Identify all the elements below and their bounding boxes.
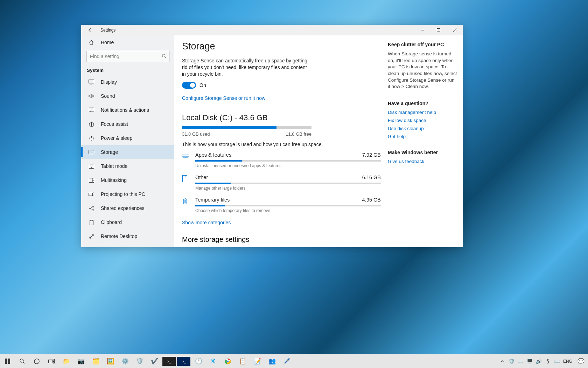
action-center-button[interactable]: 💬 [574, 358, 588, 364]
category-bar [195, 160, 381, 162]
svg-rect-30 [184, 156, 184, 156]
tray-network-icon[interactable]: 🖥️ [525, 354, 534, 368]
tray-keyboard-icon[interactable]: ⌨️ [552, 354, 561, 368]
sidebar-item-tablet-mode[interactable]: Tablet mode [81, 159, 174, 173]
category-name: Temporary files [195, 197, 230, 203]
svg-rect-31 [185, 156, 186, 156]
taskbar-search-button[interactable] [15, 354, 29, 368]
minimize-button[interactable] [414, 25, 430, 35]
category-name: Other [195, 175, 208, 180]
disk-free-label: 11.8 GB free [286, 131, 312, 137]
help-link-use-disk-cleanup[interactable]: Use disk cleanup [388, 126, 457, 131]
tray-app-icon[interactable]: § [543, 354, 552, 368]
notifications-icon [88, 108, 95, 113]
taskbar-app-1[interactable]: 🗂️ [88, 354, 103, 368]
taskbar-settings[interactable]: ⚙️ [118, 354, 132, 368]
storage-category-temporary-files[interactable]: Temporary files4.95 GBChoose which tempo… [182, 197, 381, 213]
taskbar-app-3[interactable]: 📋 [235, 354, 250, 368]
category-subtext: Manage other large folders [195, 186, 381, 191]
svg-rect-40 [53, 359, 55, 361]
storage-sense-toggle[interactable] [182, 82, 196, 89]
cortana-button[interactable] [29, 354, 44, 368]
help-link-disk-management-help[interactable]: Disk management help [388, 110, 457, 115]
start-button[interactable] [0, 354, 15, 368]
storage-category-apps-features[interactable]: Apps & features7.92 GBUninstall unused o… [182, 152, 381, 168]
sidebar-item-multitasking[interactable]: Multitasking [81, 173, 174, 187]
svg-rect-8 [89, 108, 94, 111]
other-icon [182, 175, 191, 182]
help-link-get-help[interactable]: Get help [388, 134, 457, 139]
settings-window: Settings Home System DisplaySoundNotific… [81, 25, 463, 247]
aside-better-title: Make Windows better [388, 150, 457, 155]
more-storage-title: More storage settings [182, 236, 381, 244]
tray-security-icon[interactable]: 🛡️ [507, 354, 516, 368]
feedback-link[interactable]: Give us feedback [388, 159, 457, 164]
tray-volume-icon[interactable]: 🔊 [534, 354, 543, 368]
tray-language[interactable]: ENG [561, 354, 574, 368]
sidebar-item-label: Multitasking [101, 177, 127, 183]
sidebar-item-focus-assist[interactable]: Focus assist [81, 117, 174, 131]
svg-rect-6 [89, 80, 94, 83]
category-size: 4.95 GB [362, 197, 381, 203]
aside-panel: Keep clutter off your PC When Storage se… [388, 35, 463, 247]
svg-rect-39 [49, 360, 53, 363]
sidebar-home[interactable]: Home [81, 35, 174, 49]
sidebar-item-sound[interactable]: Sound [81, 89, 174, 103]
svg-line-37 [23, 362, 24, 363]
page-title: Storage [182, 41, 381, 52]
sidebar-item-label: Tablet mode [101, 163, 127, 169]
sidebar-item-notifications-actions[interactable]: Notifications & actions [81, 103, 174, 117]
svg-point-21 [92, 206, 93, 207]
sidebar-item-projecting-to-this-pc[interactable]: Projecting to this PC [81, 187, 174, 201]
configure-storage-sense-link[interactable]: Configure Storage Sense or run it now [182, 95, 265, 101]
aside-question-title: Have a question? [388, 101, 457, 106]
show-more-categories-link[interactable]: Show more categories [182, 220, 231, 225]
sidebar-home-label: Home [101, 40, 114, 45]
taskbar-clock-app[interactable]: 🕐 [191, 354, 206, 368]
storage-category-other[interactable]: Other6.16 GBManage other large folders [182, 175, 381, 191]
svg-rect-19 [89, 193, 93, 196]
task-view-button[interactable] [44, 354, 59, 368]
sidebar-item-power-sleep[interactable]: Power & sleep [81, 131, 174, 145]
taskbar-app-4[interactable]: 🖊️ [279, 354, 294, 368]
tray-onedrive-icon[interactable]: ☁️ [516, 354, 525, 368]
clipboard-icon [88, 220, 95, 225]
taskbar-photos[interactable]: 🖼️ [103, 354, 118, 368]
sidebar: Home System DisplaySoundNotifications & … [81, 35, 174, 247]
back-button[interactable] [85, 25, 95, 35]
help-link-fix-low-disk-space[interactable]: Fix low disk space [388, 118, 457, 123]
svg-point-15 [91, 167, 92, 168]
sidebar-section-label: System [81, 64, 174, 75]
svg-rect-18 [92, 180, 94, 183]
shared-icon [88, 206, 95, 211]
svg-line-23 [90, 207, 92, 208]
taskbar-security[interactable]: 🛡️ [132, 354, 147, 368]
taskbar-notepad[interactable]: 📝 [250, 354, 265, 368]
sidebar-item-remote-desktop[interactable]: Remote Desktop [81, 229, 174, 243]
taskbar-people[interactable]: 👥 [265, 354, 279, 368]
taskbar-camera[interactable]: 📷 [74, 354, 88, 368]
tray-overflow[interactable] [498, 354, 507, 368]
sidebar-item-label: Shared experiences [101, 205, 145, 211]
storage-sense-desc: Storage Sense can automatically free up … [182, 57, 312, 77]
close-button[interactable] [447, 25, 463, 35]
taskbar-todo[interactable]: ✔️ [147, 354, 162, 368]
sidebar-item-shared-experiences[interactable]: Shared experiences [81, 201, 174, 215]
sidebar-item-label: Remote Desktop [101, 233, 137, 239]
taskbar-cmd[interactable]: >_ [162, 357, 176, 366]
sidebar-item-label: Notifications & actions [101, 107, 149, 113]
taskbar-app-2[interactable]: ❋ [206, 354, 220, 368]
toggle-state-label: On [200, 82, 206, 88]
taskbar-chrome[interactable] [220, 354, 235, 368]
storage-how-text: This is how your storage is used and how… [182, 142, 381, 147]
taskbar-powershell[interactable]: >_ [177, 357, 190, 366]
sidebar-item-storage[interactable]: Storage [81, 145, 174, 159]
maximize-button[interactable] [430, 25, 447, 35]
disk-used-label: 31.8 GB used [182, 131, 210, 137]
taskbar-file-explorer[interactable]: 📁 [59, 354, 74, 368]
sidebar-item-clipboard[interactable]: Clipboard [81, 215, 174, 229]
sidebar-item-display[interactable]: Display [81, 75, 174, 89]
aside-clutter-text: When Storage sense is turned on, it'll f… [388, 51, 457, 90]
search-input[interactable] [86, 51, 169, 62]
svg-rect-29 [183, 156, 183, 156]
